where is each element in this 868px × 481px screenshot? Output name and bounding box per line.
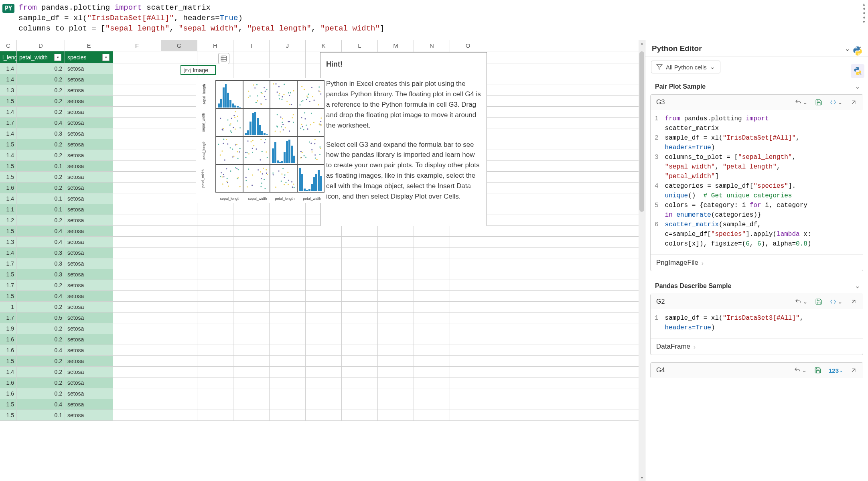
cell-species[interactable]: setosa — [65, 323, 113, 334]
cell-length[interactable]: 1.6 — [0, 334, 17, 345]
cell-width[interactable]: 0.4 — [17, 345, 65, 355]
cell-width[interactable]: 0.3 — [17, 258, 65, 269]
cell-length[interactable]: 1.5 — [0, 226, 17, 236]
cell-species[interactable]: setosa — [65, 193, 113, 204]
cell-width[interactable]: 0.4 — [17, 399, 65, 410]
cell-species[interactable]: setosa — [65, 215, 113, 225]
cell-length[interactable]: 1.3 — [0, 85, 17, 95]
cell-species[interactable]: setosa — [65, 367, 113, 377]
python-cells-filter[interactable]: All Python cells ⌄ — [651, 61, 720, 73]
cell-length[interactable]: 1.4 — [0, 193, 17, 204]
cell-width[interactable]: 0.4 — [17, 118, 65, 128]
output-footer-dataframe[interactable]: DataFrame › — [651, 338, 863, 355]
save-icon[interactable] — [815, 99, 822, 106]
cell-species[interactable]: setosa — [65, 258, 113, 269]
cell-width[interactable]: 0.2 — [17, 85, 65, 95]
cell-species[interactable]: setosa — [65, 139, 113, 150]
cell-width[interactable]: 0.2 — [17, 377, 65, 388]
cell-species[interactable]: setosa — [65, 334, 113, 345]
cell-width[interactable]: 0.2 — [17, 334, 65, 345]
cell-length[interactable]: 1.7 — [0, 280, 17, 290]
cell-length[interactable]: 1.4 — [0, 74, 17, 85]
cell-width[interactable]: 0.2 — [17, 215, 65, 225]
cell-length[interactable]: 1.6 — [0, 388, 17, 399]
col-header-f[interactable]: F — [113, 40, 161, 51]
cell-width[interactable]: 0.2 — [17, 183, 65, 193]
save-icon[interactable] — [815, 298, 822, 305]
cell-width[interactable]: 0.2 — [17, 63, 65, 74]
cell-species[interactable]: setosa — [65, 172, 113, 182]
cell-length[interactable]: 1.4 — [0, 150, 17, 160]
cell-length[interactable]: 1.6 — [0, 377, 17, 388]
cell-width[interactable]: 0.1 — [17, 410, 65, 420]
table-header-width[interactable]: petal_width — [17, 51, 65, 63]
python-logo-icon[interactable] — [851, 44, 864, 58]
cell-length[interactable]: 1.2 — [0, 215, 17, 225]
undo-icon[interactable]: ⌄ — [794, 367, 807, 374]
cell-length[interactable]: 1.9 — [0, 323, 17, 334]
cell-length[interactable]: 1.1 — [0, 204, 17, 215]
cell-length[interactable]: 1.4 — [0, 107, 17, 117]
cell-width[interactable]: 0.1 — [17, 193, 65, 204]
col-header-i[interactable]: I — [233, 40, 270, 51]
cell-length[interactable]: 1.4 — [0, 367, 17, 377]
table-header-species[interactable]: species — [65, 51, 113, 63]
col-header-g[interactable]: G — [161, 40, 197, 51]
cell-width[interactable]: 0.4 — [17, 291, 65, 301]
undo-icon[interactable]: ⌄ — [795, 298, 808, 305]
output-type-icon[interactable]: ⌄ — [829, 298, 843, 305]
cell-length[interactable]: 1.5 — [0, 96, 17, 106]
section-describe[interactable]: Pandas Describe Sample ⌄ — [650, 278, 863, 294]
cell-ref-g2[interactable]: G2 — [656, 298, 665, 305]
cell-width[interactable]: 0.2 — [17, 367, 65, 377]
cell-species[interactable]: setosa — [65, 345, 113, 355]
filter-dropdown-icon[interactable] — [102, 54, 110, 61]
col-header-e[interactable]: E — [65, 40, 113, 51]
vertical-scrollbar[interactable]: ▴ ▾ — [639, 40, 645, 481]
formula-bar-expand[interactable]: ▴●●●▾ — [863, 2, 866, 24]
cell-width[interactable]: 0.2 — [17, 74, 65, 85]
cell-species[interactable]: setosa — [65, 74, 113, 85]
cell-length[interactable]: 1.5 — [0, 172, 17, 182]
undo-icon[interactable]: ⌄ — [795, 99, 808, 106]
save-icon[interactable] — [814, 367, 821, 374]
cell-length[interactable]: 1.5 — [0, 399, 17, 410]
code-body-g2[interactable]: 1 sample_df = xl("IrisDataSet3[#All]", h… — [651, 309, 863, 338]
output-type-123-icon[interactable]: 123⌄ — [829, 367, 843, 374]
col-header-l[interactable]: L — [342, 40, 378, 51]
col-header-h[interactable]: H — [197, 40, 233, 51]
col-header-c[interactable]: C — [0, 40, 17, 51]
output-footer-png[interactable]: PngImageFile › — [651, 254, 863, 271]
cell-species[interactable]: setosa — [65, 356, 113, 366]
cell-length[interactable]: 1.5 — [0, 291, 17, 301]
cell-species[interactable]: setosa — [65, 399, 113, 410]
cell-length[interactable]: 1.4 — [0, 63, 17, 74]
cell-length[interactable]: 1.6 — [0, 183, 17, 193]
cell-species[interactable]: setosa — [65, 161, 113, 171]
cell-length[interactable]: 1.5 — [0, 139, 17, 150]
cell-length[interactable]: 1.3 — [0, 237, 17, 247]
active-cell-g3[interactable]: [PY] Image — [180, 65, 216, 75]
cell-species[interactable]: setosa — [65, 204, 113, 215]
output-type-icon[interactable]: ⌄ — [829, 99, 843, 106]
cell-length[interactable]: 1.5 — [0, 410, 17, 420]
cell-width[interactable]: 0.4 — [17, 237, 65, 247]
cell-width[interactable]: 0.3 — [17, 248, 65, 258]
formula-code[interactable]: from pandas.plotting import scatter_matr… — [18, 2, 865, 34]
col-header-j[interactable]: J — [270, 40, 306, 51]
col-header-o[interactable]: O — [450, 40, 486, 51]
cell-width[interactable]: 0.4 — [17, 226, 65, 236]
code-body-g3[interactable]: 123456 from pandas.plotting import scatt… — [651, 110, 863, 254]
cell-width[interactable]: 0.2 — [17, 302, 65, 312]
col-header-n[interactable]: N — [414, 40, 450, 51]
cell-length[interactable]: 1 — [0, 302, 17, 312]
cell-species[interactable]: setosa — [65, 183, 113, 193]
cell-species[interactable]: setosa — [65, 107, 113, 117]
cell-species[interactable]: setosa — [65, 226, 113, 236]
cell-length[interactable]: 1.7 — [0, 258, 17, 269]
cell-species[interactable]: setosa — [65, 237, 113, 247]
cell-species[interactable]: setosa — [65, 96, 113, 106]
cell-species[interactable]: setosa — [65, 269, 113, 280]
cell-species[interactable]: setosa — [65, 302, 113, 312]
cell-width[interactable]: 0.2 — [17, 96, 65, 106]
